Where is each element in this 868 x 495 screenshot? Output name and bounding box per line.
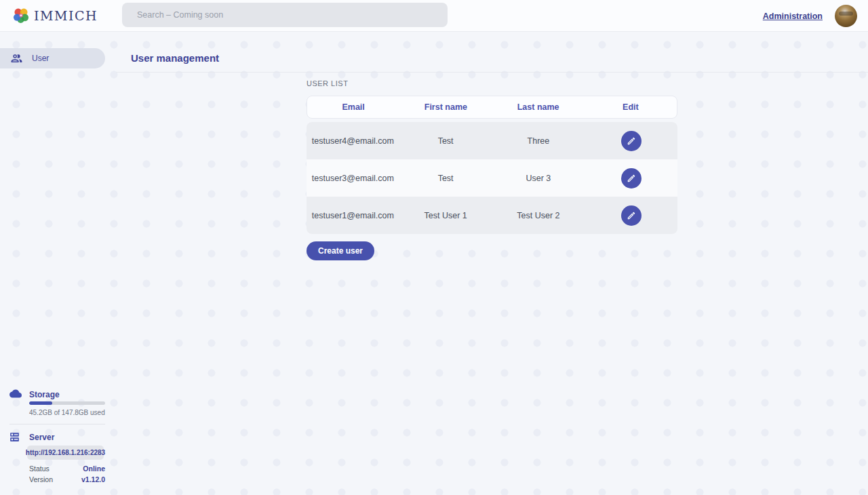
pencil-icon: [627, 211, 636, 220]
title-divider: [116, 72, 868, 73]
administration-link[interactable]: Administration: [763, 12, 823, 21]
sidebar-item-label: User: [32, 54, 49, 63]
cell-last-name: User 3: [492, 174, 585, 183]
edit-user-button[interactable]: [621, 205, 642, 226]
column-header-edit: Edit: [585, 102, 677, 112]
column-header-first-name: First name: [399, 102, 492, 112]
table-body: testuser4@email.com Test Three testuser3…: [307, 122, 677, 234]
edit-user-button[interactable]: [621, 131, 642, 151]
column-header-last-name: Last name: [492, 102, 585, 112]
server-url-badge: http://192.168.1.216:2283: [27, 446, 104, 460]
pencil-icon: [627, 136, 636, 146]
immich-logo[interactable]: IMMICH: [12, 7, 98, 24]
table-header-row: EmailFirst nameLast nameEdit: [307, 96, 677, 119]
cell-first-name: Test User 1: [399, 211, 492, 220]
server-dns-icon: [9, 431, 20, 443]
edit-user-button[interactable]: [621, 168, 642, 189]
cell-edit: [585, 168, 677, 189]
server-status-row: Status Online: [29, 464, 105, 473]
logo-wordmark: IMMICH: [34, 8, 98, 23]
cell-email: testuser4@email.com: [307, 136, 399, 146]
users-group-icon: [10, 52, 23, 65]
search-input[interactable]: [122, 3, 448, 27]
top-navigation-bar: IMMICH Administration: [0, 0, 868, 32]
sidebar-divider: [9, 424, 105, 424]
cell-last-name: Test User 2: [492, 211, 585, 220]
cell-email: testuser3@email.com: [307, 174, 399, 183]
column-header-email: Email: [307, 102, 399, 112]
table-row: testuser3@email.com Test User 3: [307, 159, 677, 197]
storage-usage-text: 45.2GB of 147.8GB used: [29, 409, 105, 416]
cell-first-name: Test: [399, 174, 492, 183]
cell-edit: [585, 131, 677, 151]
user-avatar[interactable]: [835, 5, 857, 27]
topbar-right-group: Administration: [763, 0, 857, 32]
version-value: v1.12.0: [81, 475, 105, 483]
cell-email: testuser1@email.com: [307, 211, 399, 220]
cell-last-name: Three: [492, 136, 585, 146]
cloud-icon: [9, 389, 22, 399]
storage-progress-fill: [29, 401, 52, 405]
immich-flower-icon: [12, 7, 30, 24]
user-list-section-label: USER LIST: [307, 79, 348, 87]
cell-first-name: Test: [399, 136, 492, 146]
cell-edit: [585, 205, 677, 226]
sidebar-item-user[interactable]: User: [0, 48, 105, 68]
server-title: Server: [29, 433, 54, 442]
create-user-button[interactable]: Create user: [307, 241, 374, 260]
table-row: testuser1@email.com Test User 1 Test Use…: [307, 197, 677, 234]
server-version-row: Version v1.12.0: [29, 475, 105, 483]
storage-title: Storage: [29, 390, 60, 399]
status-value: Online: [83, 464, 105, 473]
pencil-icon: [627, 174, 636, 183]
version-label: Version: [29, 475, 53, 483]
table-row: testuser4@email.com Test Three: [307, 122, 677, 159]
page-title: User management: [131, 52, 219, 64]
status-label: Status: [29, 464, 50, 473]
storage-progress-bar: [29, 401, 105, 405]
